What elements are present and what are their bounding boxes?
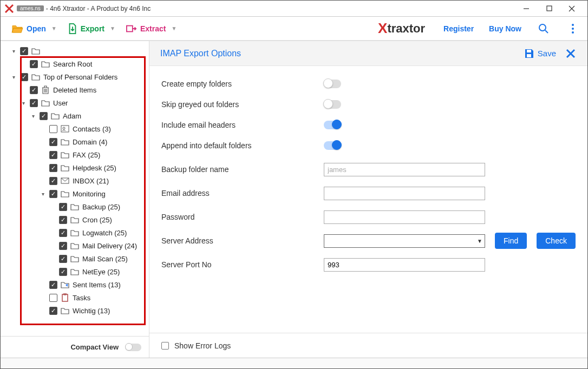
toggle-icon[interactable]: ▾: [30, 113, 36, 119]
chevron-down-icon: ▼: [51, 25, 57, 31]
brand-logo: Xtraxtor: [378, 20, 425, 37]
folder-tree[interactable]: ▾✓✓Search Root▾✓Top of Personal Folders✓…: [1, 41, 149, 336]
tree-node[interactable]: ✓Backup (25): [6, 200, 149, 213]
checkbox[interactable]: ✓: [40, 112, 48, 120]
tree-node[interactable]: ✓Cron (25): [6, 213, 149, 226]
checkbox[interactable]: ✓: [59, 229, 67, 237]
checkbox[interactable]: ✓: [59, 268, 67, 276]
check-button[interactable]: Check: [537, 233, 576, 249]
toggle-switch[interactable]: [324, 80, 341, 88]
tree-node[interactable]: ✓FAX (25): [6, 148, 149, 161]
checkbox[interactable]: ✓: [59, 203, 67, 211]
svg-point-12: [63, 127, 65, 129]
checkbox[interactable]: [49, 294, 57, 302]
tree-label: Logwatch (25): [82, 229, 127, 237]
toggle-switch[interactable]: [324, 100, 341, 109]
open-label: Open: [27, 24, 46, 33]
find-button[interactable]: Find: [495, 233, 527, 249]
register-link[interactable]: Register: [441, 22, 476, 35]
folder-icon: [61, 163, 69, 172]
checkbox[interactable]: ✓: [49, 164, 57, 172]
checkbox[interactable]: ✓: [49, 281, 57, 289]
close-panel-icon[interactable]: [565, 48, 577, 60]
checkbox[interactable]: ✓: [49, 138, 57, 146]
folder-icon: [61, 137, 69, 146]
tree-node[interactable]: ▾✓Top of Personal Folders: [6, 70, 149, 83]
tree-node[interactable]: ▾✓: [6, 44, 149, 57]
toggle-icon[interactable]: ▾: [20, 100, 27, 106]
checkbox[interactable]: ✓: [49, 151, 57, 159]
window-title: - 4n6 Xtraxtor - A Product by 4n6 Inc: [46, 5, 151, 12]
open-menu[interactable]: Open▼: [6, 21, 62, 37]
tree-node[interactable]: ✓Wichtig (13): [6, 304, 149, 317]
option-label: Create empty folders: [161, 80, 324, 88]
checkbox[interactable]: ✓: [49, 177, 57, 185]
checkbox[interactable]: ✓: [59, 216, 67, 224]
tree-node[interactable]: ▾✓Adam: [6, 109, 149, 122]
checkbox[interactable]: ✓: [59, 242, 67, 250]
tree-label: Sent Items (13): [73, 281, 121, 289]
toggle-icon[interactable]: ▾: [10, 74, 17, 80]
tree-node[interactable]: ✓Mail Scan (25): [6, 252, 149, 265]
minimize-button[interactable]: [515, 1, 538, 16]
tree-node[interactable]: ✓NetEye (25): [6, 265, 149, 278]
toggle-switch[interactable]: [324, 141, 341, 150]
checkbox[interactable]: ✓: [30, 99, 38, 107]
extract-menu[interactable]: Extract▼: [121, 21, 182, 37]
tree-label: Cron (25): [82, 216, 112, 224]
search-icon[interactable]: [534, 19, 553, 38]
main-panel: IMAP Export Options Save Create empty fo…: [149, 41, 587, 358]
tree-node[interactable]: ✓Sent Items (13): [6, 278, 149, 291]
port-input[interactable]: [324, 258, 485, 272]
tree-node[interactable]: Contacts (3): [6, 122, 149, 135]
checkbox[interactable]: [49, 125, 57, 133]
tasks-icon: [61, 293, 69, 302]
svg-point-3: [539, 24, 546, 31]
backup-folder-input[interactable]: [324, 163, 485, 176]
toggle-switch[interactable]: [324, 121, 341, 129]
buy-now-link[interactable]: Buy Now: [487, 22, 524, 35]
more-icon[interactable]: [564, 19, 582, 38]
tree-node[interactable]: ✓Search Root: [6, 57, 149, 70]
toggle-icon[interactable]: ▾: [10, 48, 17, 54]
tree-label: Mail Delivery (24): [82, 242, 137, 250]
field-label: Server Port No: [161, 260, 324, 269]
email-input[interactable]: [324, 187, 485, 200]
show-error-logs-label: Show Error Logs: [174, 341, 231, 350]
chevron-down-icon: ▼: [171, 25, 177, 31]
app-icon: [5, 4, 14, 13]
compact-view-toggle[interactable]: [125, 344, 141, 351]
tree-node[interactable]: ▾✓Monitoring: [6, 187, 149, 200]
tree-node[interactable]: ✓Helpdesk (25): [6, 161, 149, 174]
tree-node[interactable]: ✓Deleted Items: [6, 83, 149, 96]
checkbox[interactable]: ✓: [20, 47, 28, 55]
svg-point-6: [572, 28, 574, 30]
extract-icon: [126, 24, 137, 34]
export-menu[interactable]: Export▼: [62, 20, 121, 37]
toggle-icon[interactable]: ▾: [40, 191, 46, 197]
save-icon: [524, 48, 534, 59]
tree-node[interactable]: ✓Domain (4): [6, 135, 149, 148]
password-input[interactable]: [324, 210, 485, 224]
tree-node[interactable]: ✓Mail Delivery (24): [6, 239, 149, 252]
checkbox[interactable]: ✓: [30, 60, 38, 68]
checkbox[interactable]: ✓: [30, 86, 38, 94]
tree-label: Helpdesk (25): [73, 164, 116, 172]
checkbox[interactable]: ✓: [49, 190, 57, 198]
tree-label: Adam: [63, 112, 81, 120]
server-address-combo[interactable]: ▼: [324, 234, 485, 248]
tree-node[interactable]: ▾✓User: [6, 96, 149, 109]
close-button[interactable]: [560, 1, 583, 16]
tree-node[interactable]: ✓INBOX (21): [6, 174, 149, 187]
checkbox[interactable]: ✓: [59, 255, 67, 263]
svg-rect-1: [547, 6, 552, 11]
checkbox[interactable]: ✓: [49, 307, 57, 315]
tree-node[interactable]: Tasks: [6, 291, 149, 304]
checkbox[interactable]: ✓: [20, 73, 28, 81]
show-error-logs-checkbox[interactable]: [161, 342, 169, 350]
folder-icon: [70, 228, 79, 237]
maximize-button[interactable]: [538, 1, 560, 16]
tree-node[interactable]: ✓Logwatch (25): [6, 226, 149, 239]
folder-icon: [31, 73, 40, 81]
save-button[interactable]: Save: [524, 48, 556, 59]
